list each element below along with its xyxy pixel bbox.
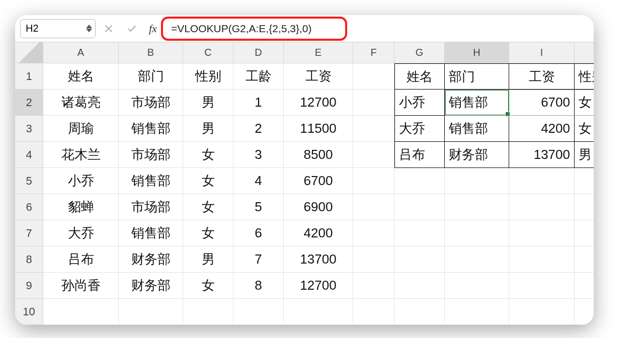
column-header-B[interactable]: B: [119, 42, 183, 63]
column-header-E[interactable]: E: [284, 42, 353, 63]
cell-F6[interactable]: [353, 194, 394, 220]
cell-F3[interactable]: [353, 116, 394, 142]
cell-J5[interactable]: [575, 168, 594, 194]
column-header-J[interactable]: J: [575, 42, 594, 63]
cell-E10[interactable]: [284, 299, 353, 325]
cell-J6[interactable]: [575, 194, 594, 220]
name-box[interactable]: H2: [20, 19, 96, 38]
cell-J7[interactable]: [575, 220, 594, 246]
column-header-D[interactable]: D: [233, 42, 284, 63]
row-header-2[interactable]: 2: [15, 90, 43, 116]
cell-G2[interactable]: 小乔: [394, 90, 445, 116]
cell-I2[interactable]: 6700: [509, 90, 575, 116]
cell-F7[interactable]: [353, 220, 394, 246]
cell-C4[interactable]: 女: [183, 142, 233, 168]
cell-A8[interactable]: 吕布: [43, 246, 119, 273]
column-header-C[interactable]: C: [183, 42, 233, 63]
cell-C7[interactable]: 女: [183, 220, 233, 246]
cell-H2[interactable]: 销售部: [445, 90, 509, 116]
cell-G3[interactable]: 大乔: [394, 116, 445, 142]
cell-G6[interactable]: [394, 194, 445, 220]
cell-C2[interactable]: 男: [183, 90, 233, 116]
cell-J8[interactable]: [575, 246, 594, 273]
cell-D10[interactable]: [233, 299, 284, 325]
row-header-10[interactable]: 10: [15, 299, 43, 325]
cell-F2[interactable]: [353, 90, 394, 116]
cell-G10[interactable]: [394, 299, 445, 325]
grid-area[interactable]: ABCDEFGHIJ1姓名部门性别工龄工资姓名部门工资性别2诸葛亮市场部男112…: [15, 42, 594, 325]
cell-I3[interactable]: 4200: [509, 116, 575, 142]
row-header-3[interactable]: 3: [15, 116, 43, 142]
cell-H6[interactable]: [445, 194, 509, 220]
cell-B2[interactable]: 市场部: [119, 90, 183, 116]
cell-C9[interactable]: 女: [183, 273, 233, 299]
cell-F8[interactable]: [353, 246, 394, 273]
cell-J10[interactable]: [575, 299, 594, 325]
chevron-up-icon[interactable]: [86, 25, 92, 28]
row-header-4[interactable]: 4: [15, 142, 43, 168]
cell-B8[interactable]: 财务部: [119, 246, 183, 273]
cell-H10[interactable]: [445, 299, 509, 325]
column-header-I[interactable]: I: [509, 42, 575, 63]
cell-H5[interactable]: [445, 168, 509, 194]
cell-E4[interactable]: 8500: [284, 142, 353, 168]
cell-G8[interactable]: [394, 246, 445, 273]
cell-I4[interactable]: 13700: [509, 142, 575, 168]
cell-B9[interactable]: 财务部: [119, 273, 183, 299]
cell-B10[interactable]: [119, 299, 183, 325]
cell-A6[interactable]: 貂蝉: [43, 194, 119, 220]
cell-J1[interactable]: 性别: [575, 63, 594, 90]
cell-A9[interactable]: 孙尚香: [43, 273, 119, 299]
cell-G1[interactable]: 姓名: [394, 63, 445, 90]
cell-G4[interactable]: 吕布: [394, 142, 445, 168]
cell-H4[interactable]: 财务部: [445, 142, 509, 168]
cell-A10[interactable]: [43, 299, 119, 325]
column-header-H[interactable]: H: [445, 42, 509, 63]
column-header-F[interactable]: F: [353, 42, 394, 63]
row-header-1[interactable]: 1: [15, 63, 43, 90]
cell-G5[interactable]: [394, 168, 445, 194]
accept-button[interactable]: [122, 19, 142, 38]
fx-label[interactable]: fx: [145, 22, 161, 35]
cell-E1[interactable]: 工资: [284, 63, 353, 90]
cell-D7[interactable]: 6: [233, 220, 284, 246]
cell-E8[interactable]: 13700: [284, 246, 353, 273]
cell-F5[interactable]: [353, 168, 394, 194]
cell-I10[interactable]: [509, 299, 575, 325]
cell-F4[interactable]: [353, 142, 394, 168]
cell-A7[interactable]: 大乔: [43, 220, 119, 246]
chevron-down-icon[interactable]: [86, 29, 92, 32]
cell-E5[interactable]: 6700: [284, 168, 353, 194]
cell-J4[interactable]: 男: [575, 142, 594, 168]
cell-I6[interactable]: [509, 194, 575, 220]
cell-C5[interactable]: 女: [183, 168, 233, 194]
row-header-8[interactable]: 8: [15, 246, 43, 273]
cell-B1[interactable]: 部门: [119, 63, 183, 90]
cell-D3[interactable]: 2: [233, 116, 284, 142]
cell-E6[interactable]: 6900: [284, 194, 353, 220]
cancel-button[interactable]: [99, 19, 119, 38]
name-box-stepper[interactable]: [86, 25, 92, 32]
cell-I1[interactable]: 工资: [509, 63, 575, 90]
cell-D2[interactable]: 1: [233, 90, 284, 116]
cell-B6[interactable]: 市场部: [119, 194, 183, 220]
cell-J2[interactable]: 女: [575, 90, 594, 116]
cell-C10[interactable]: [183, 299, 233, 325]
cell-J9[interactable]: [575, 273, 594, 299]
cell-F1[interactable]: [353, 63, 394, 90]
column-header-G[interactable]: G: [394, 42, 445, 63]
cell-E3[interactable]: 11500: [284, 116, 353, 142]
cell-B7[interactable]: 销售部: [119, 220, 183, 246]
cell-A2[interactable]: 诸葛亮: [43, 90, 119, 116]
cell-D5[interactable]: 4: [233, 168, 284, 194]
cell-J3[interactable]: 女: [575, 116, 594, 142]
cell-D9[interactable]: 8: [233, 273, 284, 299]
cell-D6[interactable]: 5: [233, 194, 284, 220]
cell-C3[interactable]: 男: [183, 116, 233, 142]
select-all-corner[interactable]: [15, 42, 43, 63]
cell-A5[interactable]: 小乔: [43, 168, 119, 194]
cell-D8[interactable]: 7: [233, 246, 284, 273]
cell-D4[interactable]: 3: [233, 142, 284, 168]
cell-A3[interactable]: 周瑜: [43, 116, 119, 142]
row-header-7[interactable]: 7: [15, 220, 43, 246]
